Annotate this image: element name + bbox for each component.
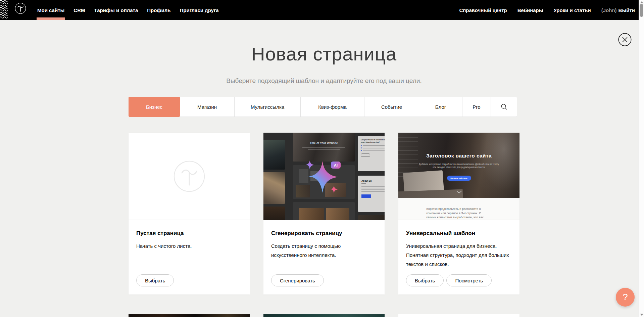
logout-label: Выйти — [618, 7, 635, 13]
tab-search[interactable] — [491, 97, 517, 117]
scrollbar-thumb[interactable] — [640, 4, 643, 17]
template-card-universal: Заголовок вашего сайта Добавьте интересн… — [398, 133, 519, 295]
template-cards-row2 — [129, 314, 519, 317]
template-category-tabs: Бизнес Магазин Мультиссылка Квиз-форма С… — [129, 97, 517, 117]
generate-button[interactable]: Сгенерировать — [271, 274, 324, 286]
scrollbar-up-arrow[interactable] — [640, 1, 643, 3]
thumb-collage — [293, 165, 355, 199]
nav-item-webinars[interactable]: Вебинары — [517, 0, 543, 20]
template-card-ai: Title of Your Website Get your house in … — [263, 133, 385, 295]
ai-badge: AI — [331, 162, 341, 169]
thumb-photo-desk — [263, 140, 285, 170]
nav-item-logout[interactable]: (John) Выйти — [601, 0, 635, 20]
nav-left: Мои сайты CRM Тарифы и оплата Профиль Пр… — [37, 0, 219, 20]
tilda-logo-icon[interactable] — [15, 3, 26, 14]
page-subtitle: Выберите подходящий шаблон и адаптируйте… — [129, 77, 519, 85]
top-nav: Мои сайты CRM Тарифы и оплата Профиль Пр… — [0, 0, 639, 20]
tab-quiz-form[interactable]: Квиз-форма — [300, 97, 364, 117]
template-body-section: Коротко представьтесь и расскажите о ком… — [398, 198, 519, 220]
tilda-watermark-icon — [173, 160, 205, 192]
tab-pro[interactable]: Pro — [462, 97, 491, 117]
user-name: (John) — [601, 7, 617, 13]
tab-event[interactable]: Событие — [364, 97, 419, 117]
chevron-down-icon — [456, 191, 462, 193]
template-body-text: Коротко представьтесь и расскажите о ком… — [427, 207, 492, 220]
template-card-partial-2[interactable] — [263, 314, 385, 317]
tab-blog[interactable]: Блог — [419, 97, 462, 117]
card-description: Универсальная страница для бизнеса. Поня… — [406, 241, 512, 269]
close-button[interactable] — [618, 33, 632, 46]
nav-item-invite-friend[interactable]: Пригласи друга — [180, 0, 218, 20]
template-hero: Заголовок вашего сайта Добавьте интересн… — [398, 133, 519, 198]
card-description: Создать страницу с помощью искусственног… — [271, 241, 352, 260]
nav-item-my-sites[interactable]: Мои сайты — [37, 0, 64, 20]
thumb-hero-title: Title of Your Website — [293, 141, 355, 145]
help-button[interactable]: ? — [616, 288, 635, 307]
nav-right: Справочный центр Вебинары Уроки и статьи… — [459, 0, 635, 20]
template-cards: Пустая страница Начать с чистого листа. … — [129, 133, 519, 295]
template-card-blank: Пустая страница Начать с чистого листа. … — [129, 133, 250, 295]
choose-blank-button[interactable]: Выбрать — [136, 274, 174, 286]
thumb-photo-bottom — [358, 215, 385, 220]
nav-item-tariffs[interactable]: Тарифы и оплата — [94, 0, 138, 20]
universal-template-preview[interactable]: Заголовок вашего сайта Добавьте интересн… — [398, 133, 519, 220]
card-title: Пустая страница — [136, 230, 242, 237]
tab-multilink[interactable]: Мультиссылка — [234, 97, 301, 117]
ai-template-preview[interactable]: Title of Your Website Get your house in … — [263, 133, 385, 220]
nav-item-profile[interactable]: Профиль — [147, 0, 170, 20]
card-title: Универсальный шаблон — [406, 230, 512, 237]
template-hero-title: Заголовок вашего сайта — [398, 153, 519, 159]
preview-universal-button[interactable]: Посмотреть — [446, 274, 492, 286]
thumb-about-card: About us — [358, 176, 385, 212]
scrollbar-down-arrow[interactable] — [640, 314, 643, 316]
page-title: Новая страница — [129, 43, 519, 65]
card-description: Начать с чистого листа. — [136, 241, 242, 251]
new-page-modal: Мои сайты CRM Тарифы и оплата Профиль Пр… — [0, 0, 644, 317]
template-cta-button: Целевое действие — [447, 176, 471, 181]
tab-business[interactable]: Бизнес — [129, 97, 180, 117]
nav-item-help-center[interactable]: Справочный центр — [459, 0, 507, 20]
nav-item-lessons[interactable]: Уроки и статьи — [554, 0, 591, 20]
template-card-partial-1[interactable] — [129, 314, 250, 317]
thumb-text-card: Get your house in order with a smart cle… — [358, 136, 385, 171]
thumb-photo-livingroom — [263, 172, 285, 204]
tab-shop[interactable]: Магазин — [180, 97, 235, 117]
template-hero-subtitle: Добавьте интересные подробности о вашей … — [418, 163, 500, 169]
blank-template-preview[interactable] — [129, 133, 250, 220]
template-card-partial-3[interactable] — [398, 314, 519, 317]
thumb-hero: Title of Your Website — [293, 133, 355, 162]
choose-universal-button[interactable]: Выбрать — [406, 274, 444, 286]
zigzag-decoration — [0, 0, 8, 19]
card-title: Сгенерировать страницу — [271, 230, 377, 237]
thumb-photo-dark — [263, 207, 285, 220]
nav-item-crm[interactable]: CRM — [73, 0, 85, 20]
search-icon — [501, 103, 507, 110]
page-scrollbar[interactable] — [639, 0, 644, 317]
thumb-gallery — [293, 202, 355, 220]
